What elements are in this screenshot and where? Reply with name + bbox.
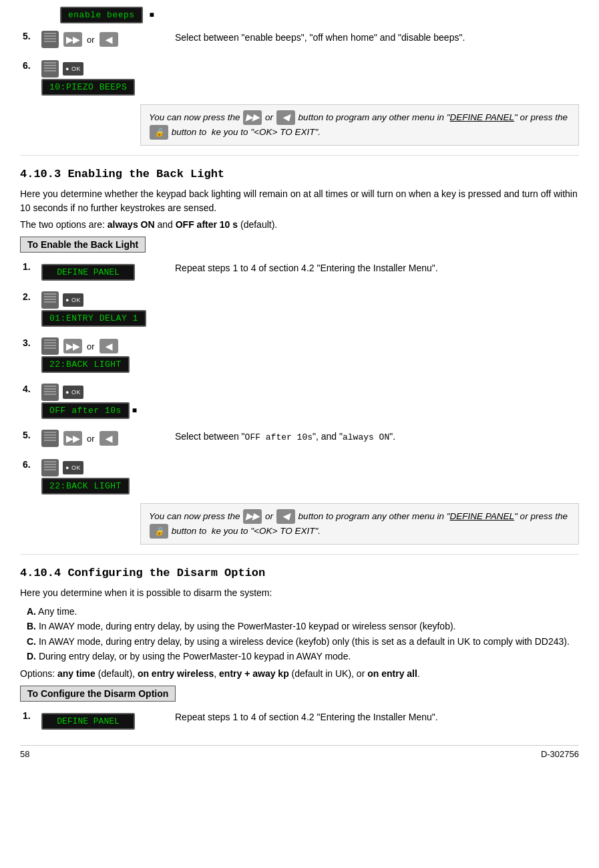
step-5-controls: ▶▶ or ◀	[39, 29, 172, 51]
back-btn-5[interactable]: ◀	[99, 32, 118, 47]
keypad-icon-s3-6	[41, 459, 59, 476]
keypad-icon-s3-5	[41, 430, 59, 447]
section-4104-box: To Configure the Disarm Option	[20, 686, 176, 702]
or-text-5: or	[87, 35, 95, 45]
lcd-back-light-6: 22:BACK LIGHT	[41, 478, 130, 494]
fwd-btn-s3-3[interactable]: ▶▶	[63, 339, 82, 353]
s3-step-4-left: ● OK OFF after 10s ■	[39, 382, 172, 421]
s3-step-3-left: ▶▶ or ◀ 22:BACK LIGHT	[39, 335, 172, 375]
s4-step-1-num: 1.	[20, 708, 39, 732]
lcd-enable-beeps: enable beeps	[60, 7, 143, 23]
section-4104: 4.10.4 Configuring the Disarm Option Her…	[20, 567, 579, 732]
s3-step-5-num: 5.	[20, 428, 39, 450]
ok-btn-s3-2[interactable]: ● OK	[63, 293, 83, 307]
step-6-right	[172, 58, 579, 98]
ok-btn-s3-6[interactable]: ● OK	[63, 461, 83, 474]
s3-step-6-left: ● OK 22:BACK LIGHT	[39, 457, 172, 496]
s3-step-1-num: 1.	[20, 259, 39, 283]
forward-btn-5[interactable]: ▶▶	[63, 32, 82, 47]
s3-step-1-left: DEFINE PANEL	[39, 259, 172, 283]
section-4103-intro1: Here you determine whether the keypad ba…	[20, 187, 579, 215]
footer: 58 D-302756	[20, 745, 579, 759]
keypad-icon-5	[41, 31, 59, 48]
ok-btn-6[interactable]: ● OK	[63, 62, 83, 76]
section-divider-1	[20, 155, 579, 156]
section-divider-2	[20, 554, 579, 555]
s3-step-3-num: 3.	[20, 335, 39, 375]
or-s3-3: or	[87, 341, 95, 351]
s3-step-2-right	[172, 289, 579, 329]
lcd-define-panel-s4: DEFINE PANEL	[41, 713, 135, 730]
section-4103-title: 4.10.3 Enabling the Back Light	[20, 168, 579, 180]
back-btn-s3-3[interactable]: ◀	[99, 339, 118, 353]
info-box-4103: You can now press the ▶▶ or ◀ button to …	[140, 503, 579, 545]
s3-step-5-right: Select between "OFF after 10s", and "alw…	[172, 428, 579, 450]
lcd-off-after-10s: OFF after 10s	[41, 402, 130, 419]
lcd-define-panel-1: DEFINE PANEL	[41, 264, 135, 281]
s3-step-2-left: ● OK 01:ENTRY DELAY 1	[39, 289, 172, 329]
keypad-icon-s3-3	[41, 337, 59, 355]
item-b: B. In AWAY mode, during entry delay, by …	[27, 619, 579, 633]
s3-step-1-right: Repeat steps 1 to 4 of section 4.2 "Ente…	[172, 259, 579, 283]
item-c: C. In AWAY mode, during entry delay, by …	[27, 634, 579, 649]
ok-btn-s3-4[interactable]: ● OK	[63, 386, 83, 399]
footer-page-num: 58	[20, 749, 29, 759]
s3-step-2-num: 2.	[20, 289, 39, 329]
section-4103-box: To Enable the Back Light	[20, 237, 146, 253]
item-a: A. Any time.	[27, 604, 579, 619]
info-box-prev: You can now press the ▶▶ or ◀ button to …	[140, 104, 579, 146]
section-4104-intro1: Here you determine when it is possible t…	[20, 586, 579, 600]
lcd-piezo-beeps: 10:PIEZO BEEPS	[41, 79, 135, 96]
s3-step-6-num: 6.	[20, 457, 39, 496]
back-btn-s3-5[interactable]: ◀	[99, 431, 118, 446]
s3-step-6-right	[172, 457, 579, 496]
step-6-controls: ● OK 10:PIEZO BEEPS	[39, 58, 172, 98]
section-4104-title: 4.10.4 Configuring the Disarm Option	[20, 567, 579, 579]
lcd-entry-delay: 01:ENTRY DELAY 1	[41, 310, 146, 327]
options-line: Options: any time (default), on entry wi…	[20, 668, 579, 679]
s4-step-1-left: DEFINE PANEL	[39, 708, 172, 732]
section-4103-intro2: The two options are: always ON and OFF a…	[20, 219, 579, 230]
section-4103: 4.10.3 Enabling the Back Light Here you …	[20, 168, 579, 545]
lcd-back-light-3: 22:BACK LIGHT	[41, 356, 130, 373]
footer-doc-num: D-302756	[541, 749, 579, 759]
step-6-num: 6.	[20, 58, 39, 98]
s3-step-3-right	[172, 335, 579, 375]
step-5-num: 5.	[20, 29, 39, 51]
s4-step-1-right: Repeat steps 1 to 4 of section 4.2 "Ente…	[172, 708, 579, 732]
item-d: D. During entry delay, or by using the P…	[27, 649, 579, 664]
or-s3-5: or	[87, 434, 95, 444]
fwd-btn-s3-5[interactable]: ▶▶	[63, 431, 82, 446]
s3-step-5-left: ▶▶ or ◀	[39, 428, 172, 450]
keypad-icon-s3-2	[41, 291, 59, 309]
step-5-text: Select between "enable beeps", "off when…	[172, 29, 579, 51]
keypad-icon-6	[41, 60, 59, 78]
keypad-icon-s3-4	[41, 384, 59, 401]
s3-step-4-num: 4.	[20, 382, 39, 421]
s3-step-4-right	[172, 382, 579, 421]
